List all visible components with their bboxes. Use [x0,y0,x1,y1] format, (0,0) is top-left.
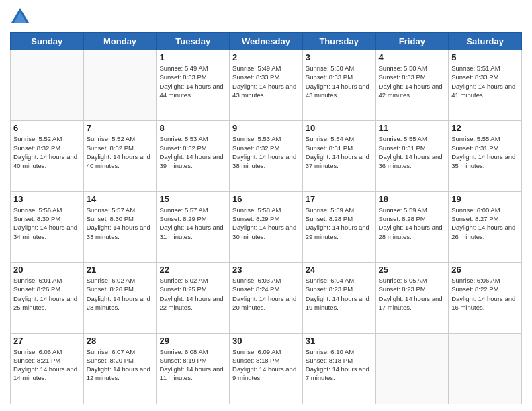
calendar-cell: 7Sunrise: 5:52 AMSunset: 8:32 PMDaylight… [83,121,157,191]
day-number: 8 [159,123,226,133]
calendar-cell: 12Sunrise: 5:55 AMSunset: 8:31 PMDayligh… [449,121,522,191]
cell-info: Sunrise: 5:55 AMSunset: 8:31 PMDaylight:… [451,134,519,170]
calendar-week-4: 27Sunrise: 6:06 AMSunset: 8:21 PMDayligh… [11,333,522,404]
calendar-cell: 26Sunrise: 6:06 AMSunset: 8:22 PMDayligh… [449,263,522,333]
calendar-cell: 23Sunrise: 6:03 AMSunset: 8:24 PMDayligh… [230,263,303,333]
calendar-cell: 22Sunrise: 6:02 AMSunset: 8:25 PMDayligh… [157,263,230,333]
calendar-cell [83,50,157,121]
calendar-cell: 13Sunrise: 5:56 AMSunset: 8:30 PMDayligh… [11,191,84,262]
cell-info: Sunrise: 5:50 AMSunset: 8:33 PMDaylight:… [306,64,373,99]
calendar-cell: 4Sunrise: 5:50 AMSunset: 8:33 PMDaylight… [375,50,449,121]
calendar-cell: 18Sunrise: 5:59 AMSunset: 8:28 PMDayligh… [375,191,449,262]
day-number: 18 [379,194,446,204]
day-number: 4 [379,52,446,62]
day-number: 10 [306,123,373,133]
day-number: 19 [451,194,519,204]
day-number: 22 [159,265,226,275]
calendar-cell: 14Sunrise: 5:57 AMSunset: 8:30 PMDayligh… [83,191,157,262]
calendar-cell: 24Sunrise: 6:04 AMSunset: 8:23 PMDayligh… [302,263,375,333]
cell-info: Sunrise: 5:49 AMSunset: 8:33 PMDaylight:… [159,64,226,99]
day-number: 9 [232,123,300,133]
calendar-table: SundayMondayTuesdayWednesdayThursdayFrid… [10,32,522,404]
calendar-cell: 5Sunrise: 5:51 AMSunset: 8:33 PMDaylight… [449,50,522,121]
calendar-cell: 15Sunrise: 5:57 AMSunset: 8:29 PMDayligh… [157,191,230,262]
calendar-cell: 11Sunrise: 5:55 AMSunset: 8:31 PMDayligh… [375,121,449,191]
calendar-cell: 6Sunrise: 5:52 AMSunset: 8:32 PMDaylight… [11,121,84,191]
day-number: 12 [451,123,519,133]
day-number: 31 [306,336,373,346]
day-number: 27 [13,336,81,346]
day-header-thursday: Thursday [302,33,375,50]
calendar-cell: 1Sunrise: 5:49 AMSunset: 8:33 PMDaylight… [157,50,230,121]
day-number: 28 [87,336,154,346]
calendar-week-2: 13Sunrise: 5:56 AMSunset: 8:30 PMDayligh… [11,191,522,262]
day-number: 25 [379,265,446,275]
calendar-cell: 17Sunrise: 5:59 AMSunset: 8:28 PMDayligh… [302,191,375,262]
cell-info: Sunrise: 6:05 AMSunset: 8:23 PMDaylight:… [379,276,446,312]
day-number: 23 [232,265,300,275]
cell-info: Sunrise: 6:01 AMSunset: 8:26 PMDaylight:… [13,276,81,312]
cell-info: Sunrise: 6:09 AMSunset: 8:18 PMDaylight:… [232,347,300,383]
cell-info: Sunrise: 5:52 AMSunset: 8:32 PMDaylight:… [87,134,154,170]
calendar-cell: 9Sunrise: 5:53 AMSunset: 8:32 PMDaylight… [230,121,303,191]
day-number: 29 [159,336,226,346]
day-header-saturday: Saturday [449,33,522,50]
cell-info: Sunrise: 6:00 AMSunset: 8:27 PMDaylight:… [451,205,519,241]
cell-info: Sunrise: 5:52 AMSunset: 8:32 PMDaylight:… [13,134,81,170]
cell-info: Sunrise: 5:56 AMSunset: 8:30 PMDaylight:… [13,205,81,241]
day-number: 13 [13,194,81,204]
cell-info: Sunrise: 6:04 AMSunset: 8:23 PMDaylight:… [306,276,373,312]
cell-info: Sunrise: 5:50 AMSunset: 8:33 PMDaylight:… [379,64,446,99]
day-number: 26 [451,265,519,275]
logo-icon [10,7,30,27]
day-number: 20 [13,265,81,275]
day-number: 1 [159,52,226,62]
cell-info: Sunrise: 6:02 AMSunset: 8:25 PMDaylight:… [159,276,226,312]
calendar-cell: 8Sunrise: 5:53 AMSunset: 8:32 PMDaylight… [157,121,230,191]
day-number: 6 [13,123,81,133]
day-number: 15 [159,194,226,204]
day-number: 3 [306,52,373,62]
calendar-header-row: SundayMondayTuesdayWednesdayThursdayFrid… [11,33,522,50]
cell-info: Sunrise: 5:49 AMSunset: 8:33 PMDaylight:… [232,64,300,99]
cell-info: Sunrise: 5:59 AMSunset: 8:28 PMDaylight:… [306,205,373,241]
day-header-tuesday: Tuesday [157,33,230,50]
cell-info: Sunrise: 6:02 AMSunset: 8:26 PMDaylight:… [87,276,154,312]
day-number: 17 [306,194,373,204]
calendar-cell: 27Sunrise: 6:06 AMSunset: 8:21 PMDayligh… [11,333,84,404]
calendar-cell: 31Sunrise: 6:10 AMSunset: 8:18 PMDayligh… [302,333,375,404]
cell-info: Sunrise: 5:55 AMSunset: 8:31 PMDaylight:… [379,134,446,170]
calendar-cell: 2Sunrise: 5:49 AMSunset: 8:33 PMDaylight… [230,50,303,121]
cell-info: Sunrise: 6:07 AMSunset: 8:20 PMDaylight:… [87,347,154,383]
day-number: 11 [379,123,446,133]
cell-info: Sunrise: 6:08 AMSunset: 8:19 PMDaylight:… [159,347,226,383]
calendar-cell [449,333,522,404]
logo [10,7,33,27]
cell-info: Sunrise: 5:53 AMSunset: 8:32 PMDaylight:… [159,134,226,170]
calendar-week-0: 1Sunrise: 5:49 AMSunset: 8:33 PMDaylight… [11,50,522,121]
calendar-week-1: 6Sunrise: 5:52 AMSunset: 8:32 PMDaylight… [11,121,522,191]
calendar-week-3: 20Sunrise: 6:01 AMSunset: 8:26 PMDayligh… [11,263,522,333]
cell-info: Sunrise: 5:54 AMSunset: 8:31 PMDaylight:… [306,134,373,170]
calendar-cell: 28Sunrise: 6:07 AMSunset: 8:20 PMDayligh… [83,333,157,404]
cell-info: Sunrise: 6:03 AMSunset: 8:24 PMDaylight:… [232,276,300,312]
cell-info: Sunrise: 5:58 AMSunset: 8:29 PMDaylight:… [232,205,300,241]
calendar-cell: 30Sunrise: 6:09 AMSunset: 8:18 PMDayligh… [230,333,303,404]
day-header-friday: Friday [375,33,449,50]
calendar-cell: 25Sunrise: 6:05 AMSunset: 8:23 PMDayligh… [375,263,449,333]
calendar-cell: 16Sunrise: 5:58 AMSunset: 8:29 PMDayligh… [230,191,303,262]
page: SundayMondayTuesdayWednesdayThursdayFrid… [0,0,532,411]
day-header-monday: Monday [83,33,157,50]
cell-info: Sunrise: 5:51 AMSunset: 8:33 PMDaylight:… [451,64,519,99]
cell-info: Sunrise: 6:10 AMSunset: 8:18 PMDaylight:… [306,347,373,383]
day-number: 14 [87,194,154,204]
day-header-wednesday: Wednesday [230,33,303,50]
day-number: 16 [232,194,300,204]
calendar-cell: 10Sunrise: 5:54 AMSunset: 8:31 PMDayligh… [302,121,375,191]
day-number: 7 [87,123,154,133]
day-number: 21 [87,265,154,275]
calendar-cell: 29Sunrise: 6:08 AMSunset: 8:19 PMDayligh… [157,333,230,404]
calendar-cell [375,333,449,404]
cell-info: Sunrise: 5:57 AMSunset: 8:29 PMDaylight:… [159,205,226,241]
cell-info: Sunrise: 5:59 AMSunset: 8:28 PMDaylight:… [379,205,446,241]
